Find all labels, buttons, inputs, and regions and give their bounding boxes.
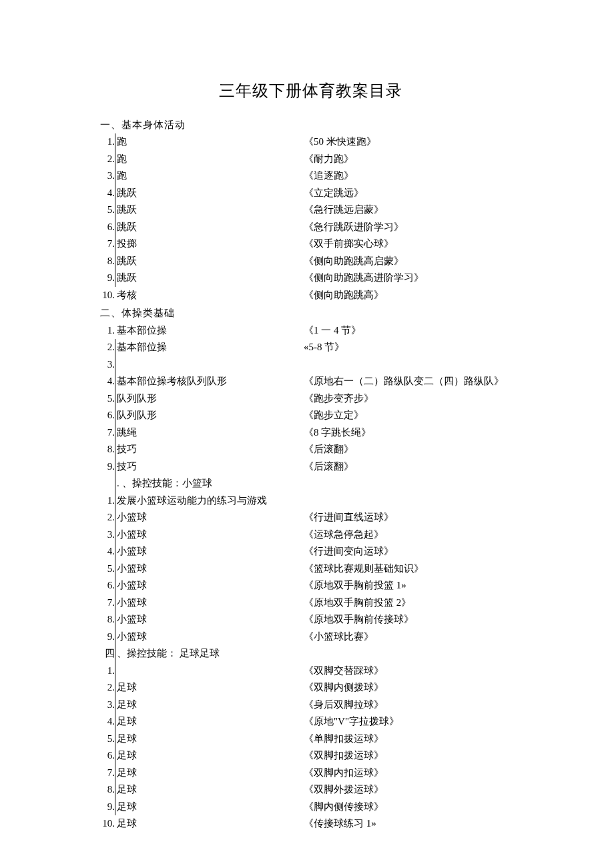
- item-category: 技巧: [115, 458, 304, 476]
- item-category: 足球: [115, 799, 304, 816]
- toc-row: 1.跑《50 米快速跑》: [100, 133, 521, 151]
- item-title: 《跑步变齐步》: [304, 390, 521, 408]
- item-number: 4.: [100, 713, 115, 731]
- item-title: 《原地双手胸前传接球》: [304, 611, 521, 628]
- item-category: 小篮球: [115, 594, 304, 612]
- item-number: 2.: [100, 679, 115, 697]
- section-heading: 四、操控技能： 足球足球: [100, 645, 521, 663]
- toc-row: 4.基本部位操考核队列队形《原地右一（二）路纵队变二（四）路纵队》: [100, 373, 521, 390]
- toc-row: 3.跑《追逐跑》: [100, 167, 521, 185]
- item-title: 《追逐跑》: [304, 167, 521, 185]
- page-title: 三年级下册体育教案目录: [100, 77, 521, 105]
- item-number: 9.: [100, 628, 115, 646]
- toc-row: 9.技巧《后滚翻》: [100, 458, 521, 476]
- toc-row: 8.跳跃《侧向助跑跳高启蒙》: [100, 253, 521, 270]
- item-category: 投掷: [115, 236, 304, 253]
- item-title: [304, 356, 521, 374]
- item-category: 足球: [115, 815, 304, 833]
- item-category: 发展小篮球运动能力的练习与游戏: [115, 492, 304, 510]
- item-title: 《行进间直线运球》: [304, 509, 521, 526]
- toc-row: 10.足球《传接球练习 1»: [100, 815, 521, 833]
- item-number: 3.: [100, 356, 115, 374]
- toc-row: 6.小篮球《原地双手胸前投篮 1»: [100, 577, 521, 594]
- toc-row: 1.基本部位操《1 一 4 节》: [100, 322, 521, 340]
- item-category: 小篮球: [115, 628, 304, 646]
- item-number: 3.: [100, 697, 115, 714]
- item-number: 8.: [100, 781, 115, 799]
- item-title: 《身后双脚拉球》: [304, 697, 521, 714]
- item-category: 足球: [115, 731, 304, 748]
- toc-row: 1.发展小篮球运动能力的练习与游戏: [100, 492, 521, 510]
- item-title: 《单脚扣拨运球》: [304, 731, 521, 748]
- item-title: 《运球急停急起》: [304, 526, 521, 544]
- toc-row: 6.足球《双脚扣拨运球》: [100, 747, 521, 765]
- item-title: 《双脚内扣运球》: [304, 765, 521, 782]
- item-title: [304, 492, 521, 510]
- item-number: 1.: [100, 492, 115, 510]
- item-title: 《急行跳跃进阶学习》: [304, 219, 521, 236]
- item-title: 《小篮球比赛》: [304, 628, 521, 646]
- item-number: 3.: [100, 167, 115, 185]
- item-category: 小篮球: [115, 526, 304, 544]
- item-title: 《侧向助跑跳高》: [304, 287, 521, 304]
- item-title: 《原地右一（二）路纵队变二（四）路纵队》: [304, 373, 521, 390]
- toc-row: 4.小篮球《行进间变向运球》: [100, 543, 521, 560]
- item-number: 6.: [100, 407, 115, 424]
- item-category: 考核: [115, 287, 304, 304]
- item-title: 《双脚外拨运球》: [304, 781, 521, 799]
- item-number: 8.: [100, 611, 115, 628]
- item-number: 9.: [100, 799, 115, 816]
- item-number: 1.: [100, 663, 115, 680]
- item-category: 足球: [115, 697, 304, 714]
- toc-row: 3.足球《身后双脚拉球》: [100, 697, 521, 714]
- toc-row: 9.跳跃《侧向助跑跳高进阶学习》: [100, 270, 521, 287]
- item-number: 1.: [100, 133, 115, 151]
- item-title: 《后滚翻》: [304, 441, 521, 458]
- item-number: 5.: [100, 201, 115, 219]
- item-category: 小篮球: [115, 577, 304, 594]
- toc-row: 8.小篮球《原地双手胸前传接球》: [100, 611, 521, 628]
- toc-row: 9.足球《脚内侧传接球》: [100, 799, 521, 816]
- item-category: 队列队形: [115, 390, 304, 408]
- item-category: 小篮球: [115, 560, 304, 578]
- item-number: 5.: [100, 390, 115, 408]
- item-title: 《脚内侧传接球》: [304, 799, 521, 816]
- item-category: 跳跃: [115, 219, 304, 236]
- item-number: 2.: [100, 509, 115, 526]
- item-number: 7.: [100, 594, 115, 612]
- item-title: 《耐力跑》: [304, 151, 521, 168]
- section-heading: 二、体操类基础: [100, 305, 521, 322]
- item-title: 《后滚翻》: [304, 458, 521, 476]
- item-category: 小篮球: [115, 611, 304, 628]
- item-title: 《8 字跳长绳》: [304, 424, 521, 442]
- item-category: 跑: [115, 133, 304, 151]
- item-category: 基本部位操: [115, 322, 304, 340]
- item-category: 足球: [115, 713, 304, 731]
- toc-row: 5.跳跃《急行跳远启蒙》: [100, 201, 521, 219]
- item-title: 《侧向助跑跳高启蒙》: [304, 253, 521, 270]
- toc-row: 7.小篮球《原地双手胸前投篮 2》: [100, 594, 521, 612]
- toc-row: 7.足球《双脚内扣运球》: [100, 765, 521, 782]
- item-number: 8.: [100, 441, 115, 458]
- item-number: 1.: [100, 322, 115, 340]
- toc-row: 1.《双脚交替踩球》: [100, 663, 521, 680]
- item-title: 《双脚内侧拨球》: [304, 679, 521, 697]
- item-category: [115, 356, 304, 374]
- section-heading: 一、基本身体活动: [100, 117, 521, 134]
- heading-text: 、操控技能： 足球足球: [115, 645, 220, 663]
- toc-row: 2.基本部位操«5-8 节》: [100, 339, 521, 356]
- item-title: 《篮球比赛规则基础知识》: [304, 560, 521, 578]
- item-number: 6.: [100, 747, 115, 765]
- toc-row: 6.队列队形《跑步立定》: [100, 407, 521, 424]
- toc-row: 3.: [100, 356, 521, 374]
- item-title: 《急行跳远启蒙》: [304, 201, 521, 219]
- toc-row: 7.投掷《双手前掷实心球》: [100, 236, 521, 253]
- document-page: 三年级下册体育教案目录 一、基本身体活动1.跑《50 米快速跑》2.跑《耐力跑》…: [0, 0, 614, 868]
- item-category: 跳绳: [115, 424, 304, 442]
- toc-row: 5.小篮球《篮球比赛规则基础知识》: [100, 560, 521, 578]
- item-category: 队列队形: [115, 407, 304, 424]
- item-category: 技巧: [115, 441, 304, 458]
- item-category: 足球: [115, 679, 304, 697]
- item-title: «5-8 节》: [304, 339, 521, 356]
- item-number: 4.: [100, 373, 115, 390]
